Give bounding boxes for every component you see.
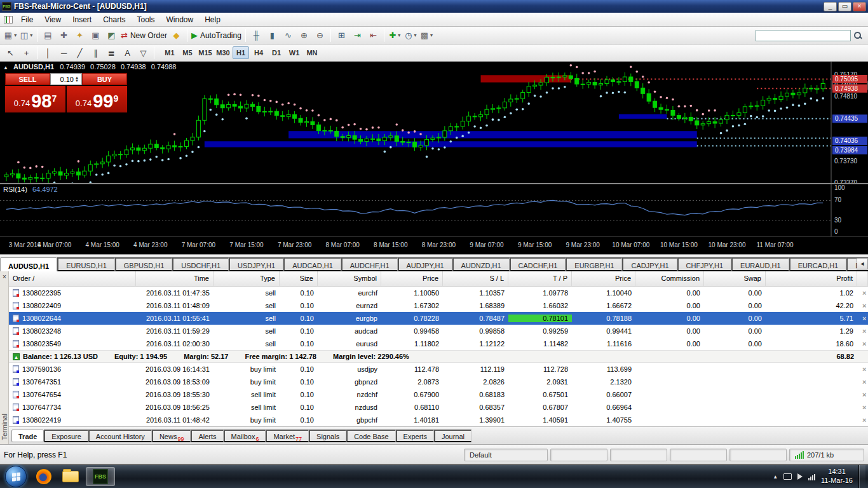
timeframe-d1[interactable]: D1: [268, 46, 285, 59]
strategy-tester-button[interactable]: ◩: [104, 28, 119, 43]
chart-tab-eurusd-h1[interactable]: EURUSD,H1: [57, 257, 115, 271]
search-input[interactable]: [756, 30, 851, 41]
menu-help[interactable]: Help: [199, 13, 226, 26]
terminal-tab-journal[interactable]: Journal: [434, 430, 471, 442]
arrow-objects-button[interactable]: ▽: [136, 46, 151, 60]
menu-view[interactable]: View: [39, 13, 67, 26]
order-row[interactable]: 13076476542016.03.09 18:55:30sell limit0…: [9, 388, 868, 401]
terminal-tab-news[interactable]: News99: [152, 430, 191, 442]
taskbar-clock[interactable]: 14:31 11-Mar-16: [821, 468, 853, 485]
menu-window[interactable]: Window: [161, 13, 200, 26]
vertical-line-button[interactable]: │: [41, 46, 55, 60]
column-header-size[interactable]: Size: [280, 271, 318, 286]
search-icon[interactable]: [853, 30, 863, 41]
price-chart-pane[interactable]: 0.751700.749880.748100.744500.740900.737…: [0, 62, 868, 183]
price-chart[interactable]: 0.751700.749880.748100.744500.740900.737…: [0, 62, 868, 183]
profile-panel[interactable]: Default: [464, 449, 548, 461]
display-icon[interactable]: [783, 473, 792, 480]
order-row[interactable]: 13080232482016.03.11 01:59:29sell0.10aud…: [9, 325, 868, 337]
show-desktop-button[interactable]: [858, 465, 865, 488]
terminal-tab-account-history[interactable]: Account History: [88, 430, 152, 442]
order-row[interactable]: 13080226442016.03.11 01:55:41sell0.10eur…: [9, 312, 868, 325]
close-order-button[interactable]: ×: [861, 365, 867, 373]
bar-chart-button[interactable]: ╫: [249, 28, 264, 43]
terminal-tab-code-base[interactable]: Code Base: [346, 430, 395, 442]
timeframe-h4[interactable]: H4: [250, 46, 267, 59]
auto-scroll-button[interactable]: ⇥: [350, 28, 365, 43]
chart-tab-chfjpy-h1[interactable]: CHFJPY,H1: [677, 257, 731, 271]
horizontal-line-button[interactable]: ─: [57, 46, 71, 60]
buy-button[interactable]: BUY: [82, 73, 127, 85]
menu-charts[interactable]: Charts: [97, 13, 131, 26]
timeframe-m15[interactable]: M15: [197, 46, 214, 59]
close-order-button[interactable]: ×: [861, 403, 867, 411]
new-chart-button[interactable]: ▦▾: [3, 28, 18, 43]
close-order-button[interactable]: ×: [861, 289, 867, 297]
tile-windows-button[interactable]: ⊞: [334, 28, 349, 43]
chart-tab-eurgbp-h1[interactable]: EURGBP,H1: [566, 257, 622, 271]
zoom-in-button[interactable]: ⊕: [297, 28, 311, 43]
column-header-price2[interactable]: Price: [572, 271, 635, 286]
hidden-icons-button[interactable]: ▲: [773, 474, 778, 480]
terminal-tab-signals[interactable]: Signals: [309, 430, 346, 442]
candlestick-chart-button[interactable]: ▮: [265, 28, 280, 43]
timeframe-h1[interactable]: H1: [233, 46, 249, 59]
column-header-commission[interactable]: Commission: [635, 271, 704, 286]
chart-tab-usdjpy-h1[interactable]: USDJPY,H1: [229, 257, 283, 271]
fibonacci-button[interactable]: ≣: [104, 46, 119, 60]
cursor-button[interactable]: ↖: [3, 46, 18, 60]
column-header-price[interactable]: Price: [381, 271, 443, 286]
order-row[interactable]: 13076477342016.03.09 18:56:25sell limit0…: [9, 401, 868, 414]
equidistant-channel-button[interactable]: ∥: [88, 46, 103, 60]
templates-button[interactable]: ▩▾: [419, 28, 434, 43]
menu-tools[interactable]: Tools: [132, 13, 161, 26]
terminal-button[interactable]: ▣: [88, 28, 103, 43]
chart-tab-scroll-button[interactable]: ◄: [857, 258, 868, 269]
chart-tab-cadchf-h1[interactable]: CADCHF,H1: [510, 257, 566, 271]
crosshair-button[interactable]: +: [19, 46, 34, 60]
chart-tab-gbpusd-h1[interactable]: GBPUSD,H1: [115, 257, 173, 271]
order-row[interactable]: 13080224092016.03.11 01:48:09sell0.10eur…: [9, 299, 868, 312]
start-button[interactable]: [5, 466, 27, 487]
column-header-sl[interactable]: S / L: [443, 271, 508, 286]
order-row[interactable]: 13080223952016.03.11 01:47:35sell0.10eur…: [9, 287, 868, 299]
order-row[interactable]: 13075901362016.03.09 16:14:31buy limit0.…: [9, 363, 868, 376]
chart-shift-button[interactable]: ⇤: [366, 28, 381, 43]
chart-tab-audnzd-h1[interactable]: AUDNZD,H1: [452, 257, 510, 271]
restore-button[interactable]: ▭: [838, 2, 851, 11]
volume-spin-arrows[interactable]: ▲▼: [74, 76, 80, 83]
chart-tab-audjpy-h1[interactable]: AUDJPY,H1: [398, 257, 452, 271]
chart-tab-usdchf-h1[interactable]: USDCHF,H1: [172, 257, 229, 271]
volume-input[interactable]: [51, 76, 74, 83]
column-header-symbol[interactable]: Symbol: [318, 271, 381, 286]
explorer-button[interactable]: [59, 467, 82, 486]
close-order-button[interactable]: ×: [861, 302, 867, 309]
volume-icon[interactable]: [797, 473, 803, 480]
metaeditor-button[interactable]: ◆: [169, 28, 184, 43]
terminal-tab-alerts[interactable]: Alerts: [191, 430, 223, 442]
order-row[interactable]: 13080224192016.03.11 01:48:42buy limit0.…: [9, 414, 868, 426]
timeframe-m5[interactable]: M5: [179, 46, 196, 59]
chart-tab-cadjpy-h1[interactable]: CADJPY,H1: [622, 257, 677, 271]
profiles-button[interactable]: ◫▾: [19, 28, 34, 43]
timeframe-w1[interactable]: W1: [286, 46, 302, 59]
chart-tab-audusd-h1[interactable]: AUDUSD,H1: [0, 257, 57, 271]
data-window-button[interactable]: ✚: [57, 28, 71, 43]
terminal-tab-exposure[interactable]: Exposure: [44, 430, 88, 442]
column-header-order[interactable]: Order /: [9, 271, 136, 286]
text-label-button[interactable]: A: [120, 46, 135, 60]
terminal-tab-trade[interactable]: Trade: [11, 430, 44, 442]
rsi-pane[interactable]: 10070300 RSI(14) 64.4972: [0, 184, 868, 236]
firefox-button[interactable]: [32, 467, 55, 486]
chart-tab-eurcad-h1[interactable]: EURCAD,H1: [789, 257, 847, 271]
column-header-profit[interactable]: Profit: [766, 271, 857, 286]
indicators-button[interactable]: ✚▾: [388, 28, 402, 43]
chart-tab-audcad-h1[interactable]: AUDCAD,H1: [283, 257, 341, 271]
column-header-time[interactable]: Time: [136, 271, 214, 286]
menu-file[interactable]: File: [15, 13, 39, 26]
periods-button[interactable]: ◷▾: [403, 28, 418, 43]
timeframe-m1[interactable]: M1: [161, 46, 178, 59]
order-row[interactable]: 13076473512016.03.09 18:53:09buy limit0.…: [9, 376, 868, 388]
fbs-terminal-button[interactable]: FBS: [86, 467, 115, 486]
close-order-button[interactable]: ×: [861, 315, 867, 322]
